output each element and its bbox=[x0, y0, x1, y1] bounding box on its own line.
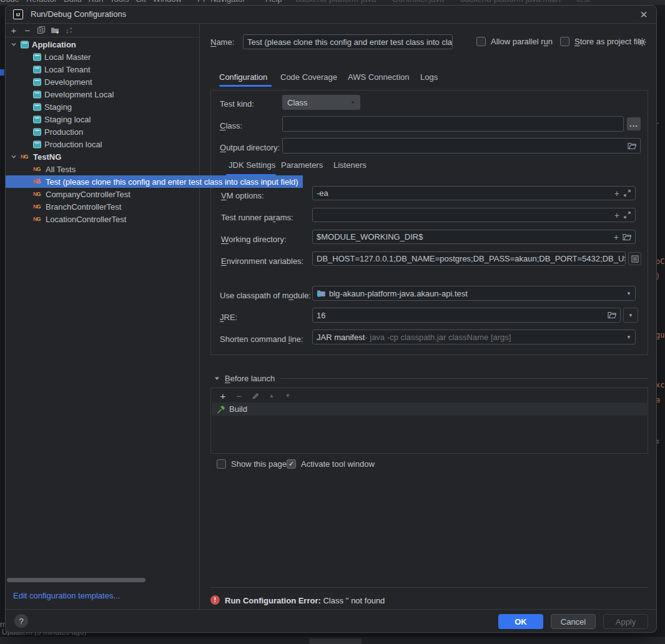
tab-code-coverage[interactable]: Code Coverage bbox=[280, 72, 337, 85]
tree-item-all-tests[interactable]: NG All Tests bbox=[6, 163, 220, 175]
working-directory-input[interactable]: $MODULE_WORKING_DIR$ + bbox=[312, 230, 636, 244]
tab-configuration[interactable]: Configuration bbox=[219, 72, 267, 85]
vm-options-input[interactable]: -ea + bbox=[312, 186, 636, 200]
cancel-button[interactable]: Cancel bbox=[551, 614, 596, 629]
tree-item-branch-controller-test[interactable]: NG BranchControllerTest bbox=[6, 200, 220, 213]
help-button[interactable]: ? bbox=[14, 614, 28, 628]
tree-item-label: Staging bbox=[44, 102, 72, 112]
subtab-jdk-settings[interactable]: JDK Settings bbox=[229, 160, 275, 170]
before-launch-header[interactable]: Before launch bbox=[210, 373, 275, 384]
checkbox-checked-icon[interactable]: ✓ bbox=[287, 459, 296, 469]
add-task-button[interactable]: + bbox=[215, 389, 231, 402]
macro-plus-icon[interactable]: + bbox=[614, 188, 619, 198]
tree-group-testng[interactable]: NG TestNG bbox=[6, 150, 197, 163]
browse-class-button[interactable]: ... bbox=[627, 117, 641, 130]
error-icon: ! bbox=[210, 595, 220, 605]
folder-icon[interactable] bbox=[628, 142, 636, 150]
tree-item-label: Local Master bbox=[44, 52, 91, 62]
footer-divider bbox=[6, 609, 656, 610]
new-folder-button[interactable] bbox=[48, 24, 62, 36]
tab-aws-connection[interactable]: AWS Connection bbox=[348, 72, 410, 85]
tree-horizontal-scrollbar[interactable] bbox=[7, 578, 145, 582]
tree-item-local-master[interactable]: Local Master bbox=[6, 51, 220, 63]
plus-icon: + bbox=[220, 391, 226, 401]
jre-input[interactable]: 16 bbox=[312, 308, 621, 323]
class-input[interactable] bbox=[282, 116, 624, 132]
expand-icon[interactable] bbox=[623, 189, 631, 197]
tree-item-staging[interactable]: Staging bbox=[6, 100, 220, 113]
jre-dropdown-button[interactable]: ▼ bbox=[623, 308, 638, 323]
shorten-command-line-dropdown[interactable]: JAR manifest - java -cp classpath.jar cl… bbox=[312, 329, 636, 344]
working-directory-label: Working directory: bbox=[221, 235, 287, 244]
checkbox-icon[interactable] bbox=[217, 459, 226, 469]
tree-item-development[interactable]: Development bbox=[6, 76, 220, 88]
dialog-titlebar[interactable]: IJ Run/Debug Configurations × bbox=[6, 6, 656, 24]
sort-configurations-button[interactable]: ↓ az bbox=[62, 24, 76, 36]
tab-logs[interactable]: Logs bbox=[420, 72, 438, 85]
close-icon[interactable]: × bbox=[640, 7, 648, 22]
test-runner-params-input[interactable]: + bbox=[312, 208, 636, 222]
tree-item-test-selected[interactable]: NG× Test (please clone this config and e… bbox=[6, 175, 303, 188]
tree-item-label: Development Local bbox=[44, 90, 114, 99]
ok-button[interactable]: OK bbox=[498, 614, 543, 629]
folder-icon[interactable] bbox=[608, 311, 616, 319]
gear-icon[interactable] bbox=[638, 37, 647, 47]
output-directory-input[interactable] bbox=[282, 138, 641, 154]
show-this-page-label: Show this page bbox=[231, 459, 287, 469]
checkbox-icon[interactable] bbox=[560, 37, 569, 46]
remove-task-button[interactable]: − bbox=[231, 389, 247, 402]
chevron-down-icon[interactable] bbox=[9, 41, 18, 47]
use-classpath-of-module-label: Use classpath of module: bbox=[220, 291, 311, 300]
environment-variables-input[interactable]: DB_HOST=127.0.0.1;DB_NAME=postgres;DB_PA… bbox=[312, 251, 626, 266]
tree-item-development-local[interactable]: Development Local bbox=[6, 88, 220, 100]
move-task-up-button[interactable]: ▲ bbox=[264, 389, 280, 402]
subtab-listeners[interactable]: Listeners bbox=[333, 160, 367, 170]
activate-tool-window-checkbox[interactable]: ✓ Activate tool window bbox=[287, 459, 375, 469]
copy-configuration-button[interactable] bbox=[34, 24, 48, 36]
test-kind-dropdown[interactable]: Class ▼ bbox=[282, 95, 360, 110]
error-message: Run Configuration Error: Class '' not fo… bbox=[225, 596, 385, 605]
tree-item-location-controller-test[interactable]: NG LocationControllerTest bbox=[6, 213, 220, 225]
minus-icon: − bbox=[237, 391, 242, 401]
collapse-triangle-icon[interactable] bbox=[214, 376, 220, 381]
new-folder-icon bbox=[51, 26, 60, 34]
show-this-page-checkbox[interactable]: Show this page bbox=[217, 459, 287, 469]
expand-icon[interactable] bbox=[623, 211, 631, 219]
classpath-module-dropdown[interactable]: blg-akaun-platform-java.akaun-api.test ▼ bbox=[312, 286, 636, 301]
subtab-parameters[interactable]: Parameters bbox=[281, 160, 323, 170]
copy-icon bbox=[37, 26, 46, 34]
move-task-down-button[interactable]: ▼ bbox=[280, 389, 296, 402]
tree-item-company-controller-test[interactable]: NG CompanyControllerTest bbox=[6, 188, 220, 200]
folder-icon[interactable] bbox=[623, 233, 631, 241]
edit-configuration-templates-link[interactable]: Edit configuration templates... bbox=[13, 591, 120, 600]
edit-task-button[interactable] bbox=[247, 389, 264, 402]
checkbox-icon[interactable] bbox=[476, 37, 486, 46]
tree-item-production-local[interactable]: Production local bbox=[6, 138, 220, 150]
tree-item-local-tenant[interactable]: Local Tenant bbox=[6, 63, 220, 76]
module-icon bbox=[317, 290, 325, 297]
tree-item-production[interactable]: Production bbox=[6, 125, 220, 138]
tree-item-label: Development bbox=[44, 77, 92, 87]
tree-group-application[interactable]: Application bbox=[6, 38, 197, 51]
add-configuration-button[interactable]: + bbox=[7, 24, 21, 36]
browse-environment-variables-button[interactable] bbox=[628, 252, 641, 265]
triangle-down-icon: ▼ bbox=[285, 393, 291, 399]
macro-plus-icon[interactable]: + bbox=[614, 210, 619, 220]
background-gutter-mark bbox=[0, 69, 4, 76]
application-icon bbox=[33, 53, 41, 61]
tree-item-label: All Tests bbox=[46, 165, 76, 174]
testng-icon: NG bbox=[33, 165, 42, 173]
store-as-project-file-checkbox[interactable]: Store as project file bbox=[560, 37, 644, 46]
application-icon bbox=[21, 41, 29, 49]
application-icon bbox=[33, 78, 41, 86]
chevron-down-icon[interactable] bbox=[9, 154, 18, 160]
before-launch-task-build[interactable]: Build bbox=[212, 402, 647, 416]
allow-parallel-run-checkbox[interactable]: Allow parallel run bbox=[476, 37, 553, 46]
jre-label: JRE: bbox=[220, 313, 237, 322]
class-label: Class: bbox=[220, 121, 242, 130]
tree-item-staging-local[interactable]: Staging local bbox=[6, 113, 220, 125]
remove-configuration-button[interactable]: − bbox=[21, 24, 34, 36]
macro-plus-icon[interactable]: + bbox=[614, 232, 619, 242]
environment-variables-label: Environment variables: bbox=[221, 256, 303, 266]
name-input[interactable]: Test (please clone this config and enter… bbox=[243, 34, 453, 49]
